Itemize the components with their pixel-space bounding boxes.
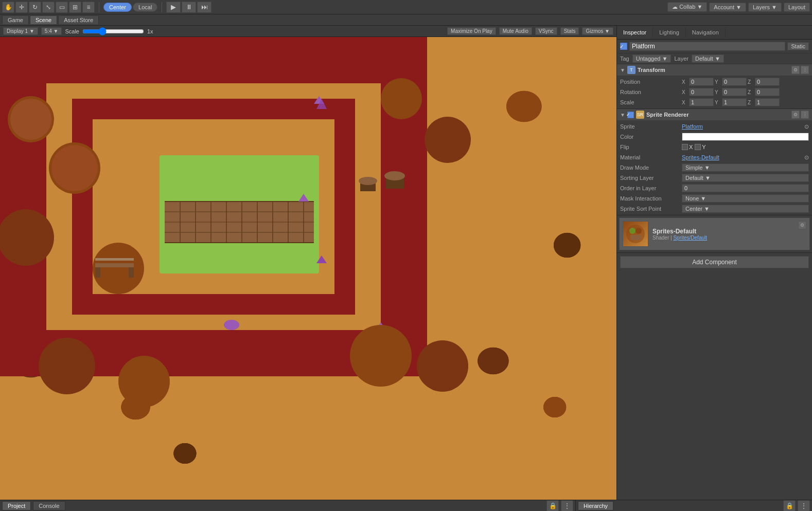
material-settings-btn[interactable]: ⚙: [798, 221, 806, 229]
move-tool[interactable]: ✛: [15, 2, 28, 13]
sprite-sort-point-row: Sprite Sort Point Center ▼: [620, 204, 809, 214]
material-shader: Shader | Sprites/Default: [652, 235, 794, 241]
tab-hierarchy[interactable]: Hierarchy: [578, 501, 613, 510]
account-dropdown[interactable]: Account ▼: [709, 3, 746, 12]
tab-project[interactable]: Project: [2, 501, 31, 510]
position-z-input[interactable]: [755, 78, 780, 86]
rotation-y-input[interactable]: [722, 88, 747, 96]
transform-header[interactable]: ▼ T Transform ⚙ ⋮: [617, 64, 812, 76]
hierarchy-more-btn[interactable]: ⋮: [798, 500, 810, 512]
material-label: Material: [620, 154, 682, 160]
rect-tool[interactable]: ▭: [56, 2, 68, 13]
material-preview-area: Sprites-Default Shader | Sprites/Default…: [619, 217, 810, 250]
gizmos-btn[interactable]: Gizmos ▼: [582, 27, 613, 35]
tab-console[interactable]: Console: [33, 501, 65, 510]
material-info: Sprites-Default Shader | Sprites/Default: [652, 228, 794, 241]
sprite-label: Sprite: [620, 123, 682, 130]
sprite-renderer-settings-btn[interactable]: ⚙: [791, 111, 800, 119]
hand-tool[interactable]: ✋: [2, 2, 14, 13]
static-toggle[interactable]: Static: [787, 42, 809, 50]
tab-lighting[interactable]: Lighting: [653, 27, 686, 38]
tab-scene[interactable]: Scene: [30, 15, 57, 24]
tag-layer-row: Tag Untagged ▼ Layer Default ▼: [617, 53, 812, 64]
sprite-renderer-title: Sprite Renderer: [646, 112, 789, 118]
multi-tool[interactable]: ⊞: [69, 2, 81, 13]
center-btn[interactable]: Center: [103, 3, 132, 12]
hierarchy-lock-btn[interactable]: 🔒: [783, 500, 796, 512]
layer-dropdown[interactable]: Default ▼: [692, 54, 724, 63]
layers-dropdown[interactable]: Layers ▼: [748, 3, 782, 12]
play-button[interactable]: ▶: [166, 2, 181, 13]
tab-inspector[interactable]: Inspector: [617, 27, 653, 38]
sprite-sort-point-dropdown[interactable]: Center ▼: [682, 205, 809, 213]
project-more-btn[interactable]: ⋮: [561, 500, 573, 512]
flip-y-checkbox[interactable]: [695, 144, 701, 150]
mask-interaction-row: Mask Interaction None ▼: [620, 193, 809, 204]
hierarchy-panel: Hierarchy 🔒 ⋮ Create ▼ All ▼ 🎬 Untitled*: [575, 500, 812, 511]
layout-btn[interactable]: Layout: [784, 3, 810, 12]
scale-z-item: Z: [748, 98, 780, 106]
sprite-circle-icon[interactable]: ⊙: [804, 123, 809, 130]
tab-asset-store[interactable]: Asset Store: [58, 15, 99, 24]
scene-canvas[interactable]: [0, 37, 616, 500]
tab-navigation[interactable]: Navigation: [686, 27, 726, 38]
mute-btn[interactable]: Mute Audio: [499, 27, 532, 35]
scale-z-input[interactable]: [755, 98, 780, 106]
main-area: Display 1 ▼ 5:4 ▼ Scale 1x Maximize On P…: [0, 26, 812, 500]
position-label: Position: [620, 79, 682, 85]
shader-value[interactable]: Sprites/Default: [673, 235, 707, 241]
scale-x-input[interactable]: [689, 98, 714, 106]
flip-x-checkbox[interactable]: [682, 144, 688, 150]
scale-y-input[interactable]: [722, 98, 747, 106]
order-in-layer-input[interactable]: [682, 184, 809, 192]
layer-label: Layer: [674, 56, 689, 62]
object-active-checkbox[interactable]: ✓: [620, 43, 627, 50]
position-y-input[interactable]: [722, 78, 747, 86]
material-thumb-icon: [625, 224, 646, 244]
step-button[interactable]: ⏭: [197, 2, 211, 13]
project-lock-btn[interactable]: 🔒: [546, 500, 559, 512]
scale-x-label: X: [682, 100, 688, 105]
scale-tool[interactable]: ⤡: [42, 2, 55, 13]
sprite-renderer-header[interactable]: ▼ ✓ SR Sprite Renderer ⚙ ⋮: [617, 109, 812, 120]
sprite-sort-point-value: Center: [685, 206, 702, 212]
display-dropdown[interactable]: Display 1 ▼: [3, 27, 38, 35]
rotation-z-input[interactable]: [755, 88, 780, 96]
tab-game[interactable]: Game: [2, 15, 29, 24]
scale-slider[interactable]: [82, 27, 144, 35]
rotation-y-item: Y: [715, 88, 747, 96]
collab-button[interactable]: ☁ Collab ▼: [667, 2, 707, 12]
rotation-x-input[interactable]: [689, 88, 714, 96]
pause-button[interactable]: ⏸: [182, 2, 196, 13]
local-btn[interactable]: Local: [133, 3, 157, 12]
color-preview[interactable]: [682, 133, 809, 141]
svg-rect-39: [95, 267, 100, 278]
draw-mode-value: Simple: [685, 165, 703, 171]
sprite-sort-point-label: Sprite Sort Point: [620, 206, 682, 212]
position-x-input[interactable]: [689, 78, 714, 86]
sorting-layer-dropdown[interactable]: Default ▼: [682, 174, 809, 182]
ratio-dropdown[interactable]: 5:4 ▼: [41, 27, 62, 35]
object-name-field[interactable]: [629, 42, 785, 51]
sprite-renderer-enabled[interactable]: ✓: [627, 112, 634, 118]
bottom-area: Project Console 🔒 ⋮ Create ▼ ▼: [0, 500, 812, 511]
material-value[interactable]: Sprites-Default: [682, 154, 719, 160]
custom-tool[interactable]: ≡: [82, 2, 95, 13]
draw-mode-dropdown[interactable]: Simple ▼: [682, 163, 809, 172]
sprite-value[interactable]: Platform: [682, 123, 703, 130]
transform-settings-btn[interactable]: ⚙: [791, 66, 800, 74]
ratio-icon: ▼: [54, 28, 59, 34]
sprite-renderer-more-btn[interactable]: ⋮: [801, 111, 809, 119]
transform-title: Transform: [638, 67, 789, 73]
vsync-btn[interactable]: VSync: [535, 27, 557, 35]
hierarchy-toolbar-right: 🔒 ⋮: [783, 500, 810, 512]
transform-arrow: ▼: [620, 67, 625, 73]
transform-more-btn[interactable]: ⋮: [801, 66, 809, 74]
rotate-tool[interactable]: ↻: [29, 2, 41, 13]
add-component-button[interactable]: Add Component: [620, 256, 809, 268]
stats-btn[interactable]: Stats: [560, 27, 579, 35]
tag-dropdown[interactable]: Untagged ▼: [632, 54, 672, 63]
material-circle-icon[interactable]: ⊙: [804, 154, 809, 161]
mask-interaction-dropdown[interactable]: None ▼: [682, 194, 809, 203]
maximize-btn[interactable]: Maximize On Play: [447, 27, 496, 35]
